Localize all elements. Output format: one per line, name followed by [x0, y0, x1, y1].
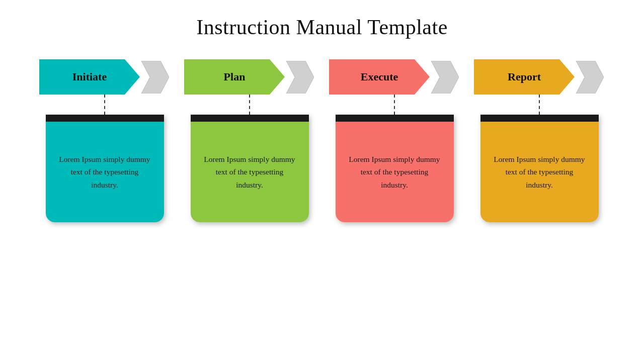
- step-header-plan: Plan: [184, 59, 315, 95]
- step-card-body-execute: Lorem Ipsum simply dummy text of the typ…: [336, 122, 454, 222]
- step-label-execute: Execute: [361, 70, 398, 83]
- step-badge-report: Report: [474, 59, 575, 95]
- svg-marker-1: [286, 61, 314, 94]
- step-card-topbar-initiate: [46, 115, 164, 122]
- page-title: Instruction Manual Template: [196, 15, 448, 39]
- step-column-initiate: Initiate Lorem Ipsum simply dummy text o…: [39, 59, 170, 222]
- svg-marker-0: [141, 61, 169, 94]
- step-label-plan: Plan: [224, 70, 246, 83]
- step-card-body-initiate: Lorem Ipsum simply dummy text of the typ…: [46, 122, 164, 222]
- step-column-report: Report Lorem Ipsum simply dummy text of …: [474, 59, 605, 222]
- step-badge-execute: Execute: [329, 59, 430, 95]
- step-column-execute: Execute Lorem Ipsum simply dummy text of…: [329, 59, 460, 222]
- step-card-plan: Lorem Ipsum simply dummy text of the typ…: [191, 115, 309, 222]
- step-connector-report: [539, 95, 540, 115]
- step-card-text-report: Lorem Ipsum simply dummy text of the typ…: [492, 153, 588, 192]
- svg-marker-3: [576, 61, 604, 94]
- step-card-topbar-execute: [336, 115, 454, 122]
- step-card-text-execute: Lorem Ipsum simply dummy text of the typ…: [347, 153, 443, 192]
- step-arrow-initiate: [140, 59, 170, 95]
- step-card-report: Lorem Ipsum simply dummy text of the typ…: [480, 115, 599, 222]
- step-arrow-plan: [285, 59, 315, 95]
- step-column-plan: Plan Lorem Ipsum simply dummy text of th…: [184, 59, 315, 222]
- step-header-report: Report: [474, 59, 605, 95]
- step-connector-plan: [249, 95, 250, 115]
- steps-container: Initiate Lorem Ipsum simply dummy text o…: [0, 59, 644, 222]
- step-card-body-report: Lorem Ipsum simply dummy text of the typ…: [480, 122, 599, 222]
- step-card-topbar-report: [480, 115, 599, 122]
- step-badge-plan: Plan: [184, 59, 285, 95]
- step-badge-initiate: Initiate: [39, 59, 140, 95]
- step-label-initiate: Initiate: [72, 70, 107, 83]
- step-card-text-plan: Lorem Ipsum simply dummy text of the typ…: [202, 153, 298, 192]
- step-arrow-execute: [430, 59, 460, 95]
- step-connector-execute: [394, 95, 395, 115]
- step-connector-initiate: [104, 95, 105, 115]
- step-label-report: Report: [508, 70, 541, 83]
- step-card-execute: Lorem Ipsum simply dummy text of the typ…: [336, 115, 454, 222]
- step-card-initiate: Lorem Ipsum simply dummy text of the typ…: [46, 115, 164, 222]
- step-card-text-initiate: Lorem Ipsum simply dummy text of the typ…: [57, 153, 153, 192]
- svg-marker-2: [431, 61, 459, 94]
- step-header-execute: Execute: [329, 59, 460, 95]
- step-card-body-plan: Lorem Ipsum simply dummy text of the typ…: [191, 122, 309, 222]
- step-card-topbar-plan: [191, 115, 309, 122]
- step-arrow-report: [575, 59, 605, 95]
- step-header-initiate: Initiate: [39, 59, 170, 95]
